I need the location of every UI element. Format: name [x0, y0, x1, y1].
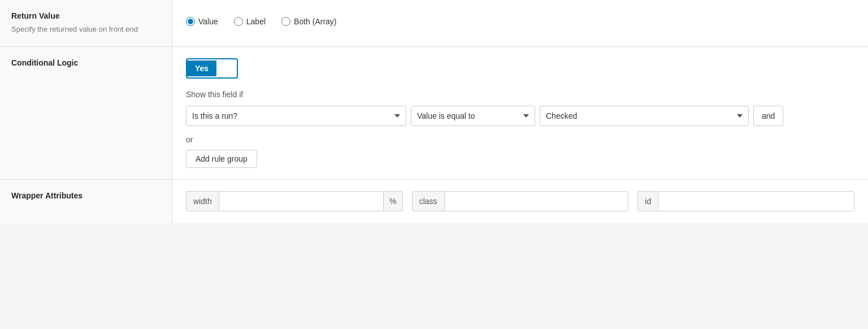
- width-input[interactable]: [219, 192, 384, 211]
- conditional-logic-content: Yes Show this field if Is this a run? Va…: [172, 47, 868, 179]
- conditional-logic-title: Conditional Logic: [11, 58, 160, 67]
- wrapper-attributes-label-col: Wrapper Attributes: [0, 180, 172, 223]
- field-select[interactable]: Is this a run?: [186, 106, 406, 126]
- toggle-switch[interactable]: Yes: [186, 58, 238, 79]
- return-value-content: Value Label Both (Array): [172, 0, 868, 46]
- return-value-desc: Specify the returned value on front end: [11, 24, 160, 35]
- radio-both-input[interactable]: [281, 17, 290, 26]
- return-value-radio-group: Value Label Both (Array): [186, 11, 854, 32]
- width-label: width: [186, 192, 219, 211]
- id-attr-group: id: [637, 191, 854, 211]
- wrapper-attributes-row: Wrapper Attributes width % class id: [0, 180, 868, 223]
- class-attr-group: class: [412, 191, 629, 211]
- add-rule-group-container: Add rule group: [186, 150, 854, 168]
- toggle-no-label: [216, 65, 237, 72]
- toggle-container: Yes: [186, 58, 854, 79]
- wrapper-attributes-content: width % class id: [172, 180, 868, 223]
- show-field-label: Show this field if: [186, 90, 854, 99]
- conditional-logic-row: Conditional Logic Yes Show this field if…: [0, 47, 868, 180]
- id-label: id: [638, 192, 658, 211]
- or-label: or: [186, 135, 854, 144]
- add-rule-group-button[interactable]: Add rule group: [186, 150, 257, 168]
- radio-label-label: Label: [246, 17, 266, 26]
- conditional-logic-label-col: Conditional Logic: [0, 47, 172, 179]
- wrapper-attrs-group: width % class id: [186, 191, 854, 211]
- value-condition-select[interactable]: Value is equal to: [411, 106, 535, 126]
- return-value-label-col: Return Value Specify the returned value …: [0, 0, 172, 46]
- return-value-title: Return Value: [11, 11, 160, 20]
- settings-panel: Return Value Specify the returned value …: [0, 0, 868, 223]
- radio-option-value[interactable]: Value: [186, 17, 218, 26]
- class-input[interactable]: [445, 192, 628, 211]
- class-label: class: [413, 192, 445, 211]
- radio-option-label[interactable]: Label: [234, 17, 266, 26]
- and-button[interactable]: and: [753, 106, 783, 126]
- condition-row: Is this a run? Value is equal to Checked…: [186, 106, 854, 126]
- width-suffix: %: [383, 192, 402, 211]
- radio-option-both[interactable]: Both (Array): [281, 17, 336, 26]
- width-attr-group: width %: [186, 191, 403, 211]
- id-input[interactable]: [658, 192, 854, 211]
- checked-select[interactable]: Checked: [540, 106, 749, 126]
- radio-both-label: Both (Array): [294, 17, 336, 26]
- radio-value-input[interactable]: [186, 17, 195, 26]
- toggle-yes-label: Yes: [187, 60, 216, 76]
- radio-value-label: Value: [198, 17, 218, 26]
- return-value-row: Return Value Specify the returned value …: [0, 0, 868, 47]
- radio-label-input[interactable]: [234, 17, 243, 26]
- wrapper-attributes-title: Wrapper Attributes: [11, 191, 160, 200]
